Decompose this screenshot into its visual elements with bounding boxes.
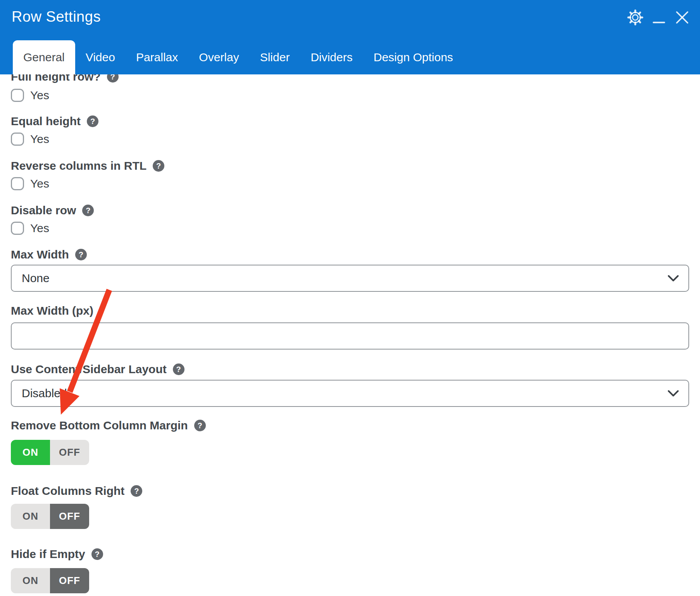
field-label-reverse-columns-rtl: Reverse columns in RTL ? — [11, 159, 689, 173]
toggle-on-segment[interactable]: ON — [11, 440, 50, 465]
checkbox-label: Yes — [30, 177, 49, 190]
field-label-equal-height: Equal height ? — [11, 114, 689, 128]
toggle-off-segment[interactable]: OFF — [50, 504, 89, 529]
help-icon[interactable]: ? — [91, 548, 103, 560]
close-icon[interactable] — [674, 10, 690, 25]
max-width-select[interactable]: None — [11, 265, 689, 292]
toggle-on-segment[interactable]: ON — [11, 504, 50, 529]
equal-height-checkbox[interactable] — [11, 133, 24, 146]
general-tab-panel: Full height row? ? Yes Equal height ? Ye… — [0, 70, 700, 593]
chevron-down-icon — [667, 387, 679, 400]
field-label-disable-row: Disable row ? — [11, 203, 689, 217]
tab-dividers[interactable]: Dividers — [300, 40, 363, 74]
remove-bottom-column-margin-toggle[interactable]: ON OFF — [11, 440, 89, 465]
toggle-off-segment[interactable]: OFF — [50, 440, 89, 465]
tab-general[interactable]: General — [13, 40, 75, 74]
gear-icon[interactable] — [627, 9, 643, 26]
help-icon[interactable]: ? — [87, 115, 98, 127]
full-height-row-checkbox[interactable] — [11, 89, 24, 102]
field-label-remove-bottom-column-margin: Remove Bottom Column Margin ? — [11, 419, 689, 432]
field-label-float-columns-right: Float Columns Right ? — [11, 484, 689, 498]
dialog-header: Row Settings — [0, 0, 700, 74]
tab-design-options[interactable]: Design Options — [363, 40, 464, 74]
field-label-max-width: Max Width ? — [11, 248, 689, 262]
tab-overlay[interactable]: Overlay — [188, 40, 249, 74]
tab-parallax[interactable]: Parallax — [126, 40, 188, 74]
select-value: None — [22, 272, 50, 285]
checkbox-label: Yes — [30, 222, 49, 235]
reverse-columns-rtl-checkbox[interactable] — [11, 177, 24, 190]
float-columns-right-toggle[interactable]: ON OFF — [11, 504, 89, 529]
minimize-icon[interactable] — [653, 12, 665, 23]
help-icon[interactable]: ? — [153, 160, 164, 172]
help-icon[interactable]: ? — [82, 205, 94, 216]
help-icon[interactable]: ? — [131, 485, 142, 497]
field-label-content-sidebar-layout: Use Content/Sidebar Layout ? — [11, 362, 689, 376]
select-value: Disabled — [22, 387, 67, 400]
reverse-columns-rtl-option: Yes — [11, 177, 689, 191]
help-icon[interactable]: ? — [75, 249, 87, 260]
disable-row-option: Yes — [11, 221, 689, 235]
toggle-off-segment[interactable]: OFF — [50, 568, 89, 593]
field-label-max-width-px: Max Width (px) — [11, 304, 689, 318]
max-width-px-input[interactable] — [11, 322, 689, 350]
tab-slider[interactable]: Slider — [250, 40, 300, 74]
row-settings-dialog: Row Settings — [0, 0, 700, 596]
chevron-down-icon — [667, 272, 679, 285]
content-sidebar-layout-select[interactable]: Disabled — [11, 380, 689, 407]
checkbox-label: Yes — [30, 133, 49, 146]
disable-row-checkbox[interactable] — [11, 222, 24, 235]
toggle-on-segment[interactable]: ON — [11, 568, 50, 593]
help-icon[interactable]: ? — [194, 420, 206, 431]
equal-height-option: Yes — [11, 132, 689, 146]
hide-if-empty-toggle[interactable]: ON OFF — [11, 568, 89, 593]
help-icon[interactable]: ? — [173, 363, 184, 375]
tab-video[interactable]: Video — [75, 40, 126, 74]
field-label-hide-if-empty: Hide if Empty ? — [11, 547, 689, 561]
dialog-title: Row Settings — [12, 9, 101, 25]
window-controls — [627, 9, 690, 26]
tab-bar: General Video Parallax Overlay Slider Di… — [13, 40, 464, 74]
checkbox-label: Yes — [30, 89, 49, 102]
full-height-row-option: Yes — [11, 88, 689, 102]
